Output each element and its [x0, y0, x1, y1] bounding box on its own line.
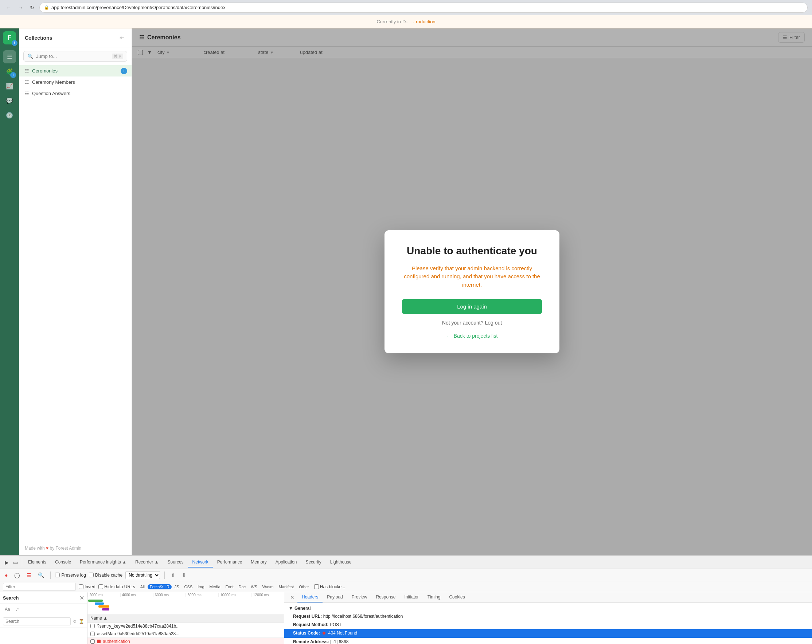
sidebar-item-ceremonies[interactable]: ☷ Ceremonies i: [19, 65, 131, 76]
req-item-assetmap[interactable]: assetMap-9a530eddd2519a61a880a528...: [87, 630, 284, 638]
disable-cache-checkbox[interactable]: [89, 572, 94, 577]
address-bar[interactable]: 🔒 app.forestadmin.com/provenance/Develop…: [40, 3, 807, 13]
timeline-bar-2: [95, 603, 104, 604]
forward-button[interactable]: →: [16, 3, 25, 12]
tab-security[interactable]: Security: [301, 557, 325, 568]
devtools-inspector-icon[interactable]: ▶: [3, 559, 11, 566]
nav-list-icon[interactable]: ☰: [3, 50, 16, 63]
tab-elements[interactable]: Elements: [24, 557, 51, 568]
ftype-font[interactable]: Font: [223, 584, 236, 589]
hide-data-label: Hide data URLs: [98, 584, 135, 589]
req-checkbox[interactable]: [90, 624, 95, 628]
ftype-all[interactable]: All: [138, 584, 147, 589]
tab-recorder[interactable]: Recorder ▲: [131, 557, 163, 568]
tab-memory[interactable]: Memory: [246, 557, 271, 568]
remote-address-row: Remote Address: [::1]:6868: [284, 638, 812, 644]
main-content: ☷ Ceremonies ☰ Filter ▼ city ▼ created a…: [132, 28, 812, 555]
ftype-img[interactable]: Img: [195, 584, 206, 589]
details-tab-cookies[interactable]: Cookies: [445, 592, 469, 603]
details-tab-headers[interactable]: Headers: [298, 592, 322, 603]
details-tabs: ✕ Headers Payload Preview Response Initi…: [284, 592, 812, 603]
req-name: assetMap-9a530eddd2519a61a880a528...: [97, 631, 281, 636]
ftype-other[interactable]: Other: [297, 584, 311, 589]
ftype-fetch-xhr[interactable]: Fetch/XHR: [148, 584, 172, 589]
back-to-projects-link[interactable]: ← Back to projects list: [402, 333, 542, 339]
details-tab-response[interactable]: Response: [371, 592, 400, 603]
sidebar-item-question-answers[interactable]: ☷ Question Answers: [19, 88, 131, 99]
tab-performance-insights[interactable]: Performance insights ▲: [75, 557, 131, 568]
ftype-doc[interactable]: Doc: [237, 584, 248, 589]
network-filter-input[interactable]: [3, 583, 76, 591]
nav-chat-icon[interactable]: 💬: [3, 94, 16, 107]
collection-icon: ☷: [25, 68, 29, 73]
record-button[interactable]: ●: [3, 571, 9, 579]
status-code-row[interactable]: Status Code: 404 Not Found: [284, 629, 812, 638]
tab-application[interactable]: Application: [271, 557, 301, 568]
timeline-bars: [87, 598, 284, 613]
timeline-bar-3: [98, 605, 109, 607]
has-blocked-label: Has blocke...: [314, 584, 345, 589]
invert-checkbox[interactable]: [79, 584, 84, 589]
req-item-authentication[interactable]: authentication: [87, 638, 284, 644]
ftype-js[interactable]: JS: [172, 584, 182, 589]
top-banner: Currently in D... …roduction: [0, 15, 812, 28]
filter-toggle-button[interactable]: ☰: [25, 571, 33, 579]
logout-link[interactable]: Log out: [485, 320, 502, 326]
search-input-wrap: ↻ ⏳: [0, 615, 87, 628]
sidebar-item-ceremony-members[interactable]: ☷ Ceremony Members: [19, 76, 131, 88]
details-tab-preview[interactable]: Preview: [347, 592, 372, 603]
devtools-device-icon[interactable]: ▭: [11, 559, 20, 566]
app-logo[interactable]: F i: [3, 31, 16, 44]
banner-text: Currently in: [377, 19, 400, 24]
nav-chart-icon[interactable]: 📈: [3, 79, 16, 93]
preserve-log-label: Preserve log: [55, 572, 85, 578]
reload-button[interactable]: ↻: [28, 3, 37, 12]
puzzle-badge: i: [10, 72, 16, 78]
disable-cache-label: Disable cache: [89, 572, 122, 578]
preserve-log-checkbox[interactable]: [55, 572, 60, 577]
ftype-manifest[interactable]: Manifest: [276, 584, 296, 589]
ftype-ws[interactable]: WS: [249, 584, 259, 589]
details-tab-payload[interactable]: Payload: [322, 592, 347, 603]
upload-icon[interactable]: ⇧: [169, 571, 177, 579]
tab-lighthouse[interactable]: Lighthouse: [326, 557, 356, 568]
download-icon[interactable]: ⇩: [180, 571, 188, 579]
search-button[interactable]: 🔍: [36, 571, 46, 579]
nav-clock-icon[interactable]: 🕑: [3, 108, 16, 122]
collections-title: Collections: [25, 35, 52, 41]
ftype-css[interactable]: CSS: [182, 584, 195, 589]
ftype-media[interactable]: Media: [208, 584, 223, 589]
sidebar-search-box[interactable]: 🔍 ⌘ K: [23, 51, 127, 62]
tab-performance[interactable]: Performance: [213, 557, 247, 568]
collection-icon-2: ☷: [25, 79, 29, 85]
tab-network[interactable]: Network: [188, 557, 213, 568]
req-item-sentry[interactable]: ?sentry_key=e2ed514e88cb47caa2841b...: [87, 623, 284, 630]
production-link[interactable]: …roduction: [411, 19, 435, 24]
details-close-button[interactable]: ✕: [287, 592, 298, 603]
details-tab-timing[interactable]: Timing: [423, 592, 445, 603]
timeline-bar-1: [88, 600, 103, 602]
sidebar-search-input[interactable]: [36, 53, 109, 59]
sidebar-item-label-3: Question Answers: [32, 91, 70, 96]
back-button[interactable]: ←: [5, 3, 13, 12]
ftype-wasm[interactable]: Wasm: [260, 584, 276, 589]
throttle-select[interactable]: No throttling: [125, 571, 160, 579]
regex-button[interactable]: .*: [14, 606, 21, 613]
login-again-button[interactable]: Log in again: [402, 299, 542, 314]
search-input[interactable]: [3, 617, 71, 626]
tab-console[interactable]: Console: [51, 557, 75, 568]
modal-description: Please verify that your admin backend is…: [402, 265, 542, 289]
collection-icon-3: ☷: [25, 91, 29, 96]
has-blocked-checkbox[interactable]: [314, 584, 319, 589]
req-checkbox[interactable]: [90, 632, 95, 636]
hide-data-checkbox[interactable]: [98, 584, 103, 589]
tab-sources[interactable]: Sources: [163, 557, 188, 568]
details-tab-initiator[interactable]: Initiator: [400, 592, 423, 603]
case-sensitive-button[interactable]: Aa: [3, 606, 12, 613]
search-close-button[interactable]: ✕: [79, 594, 84, 601]
clear-button[interactable]: ◯: [12, 571, 22, 579]
req-checkbox[interactable]: [90, 639, 95, 644]
search-refresh-icon[interactable]: ↻: [73, 619, 76, 624]
search-history-icon[interactable]: ⏳: [79, 619, 84, 624]
collapse-button[interactable]: ⇤: [118, 33, 126, 43]
